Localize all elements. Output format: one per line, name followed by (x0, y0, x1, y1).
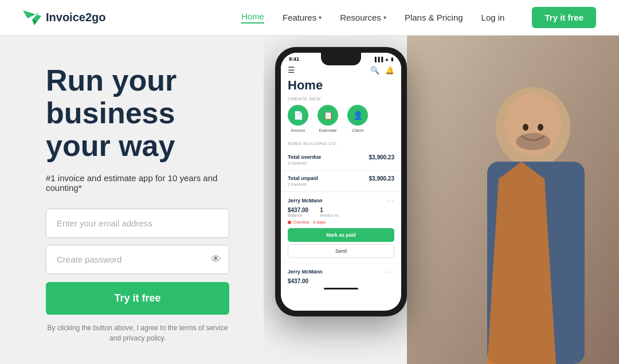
create-invoice[interactable]: 📄 Invoice (288, 105, 308, 133)
client-amounts: $437.00 Balance 1 Invoice no. (288, 207, 394, 217)
header: Invoice2go Home Features ▾ Resources ▾ P… (0, 0, 619, 36)
balance-label: Balance (288, 213, 308, 217)
total-unpaid-row: Total unpaid 2 invoices $3,900.23 (281, 171, 401, 192)
main-content: Run your business your way #1 invoice an… (0, 36, 619, 364)
nav-home[interactable]: Home (241, 11, 264, 24)
main-nav: Home Features ▾ Resources ▾ Plans & Pric… (241, 7, 596, 28)
person-illustration (407, 36, 619, 364)
client-circle-icon: 👤 (347, 105, 368, 126)
signup-form: 👁 (46, 209, 229, 274)
phone-outer: 9:41 ▐▐▐ ▲ ▮ ☰ 🔍 🔔 (275, 47, 407, 316)
balance-amount: $437.00 (288, 207, 308, 213)
create-client[interactable]: 👤 Client (347, 105, 368, 133)
create-icons-row: 📄 Invoice 📋 Estimate 👤 Client (281, 105, 401, 139)
overdue-dot-icon (288, 221, 291, 224)
client-card-1: Jerry McMann ··· $437.00 Balance 1 Invoi… (281, 192, 401, 263)
password-input[interactable] (46, 245, 229, 274)
chevron-down-icon: ▾ (383, 14, 386, 21)
client-2-amount: $437.00 (288, 278, 394, 284)
status-icons: ▐▐▐ ▲ ▮ (373, 57, 393, 62)
nav-resources[interactable]: Resources ▾ (340, 13, 386, 22)
svg-point-6 (523, 124, 528, 131)
logo-icon (23, 10, 41, 25)
invoice-label: Invoice no. (320, 213, 339, 217)
status-time: 9:41 (289, 56, 299, 62)
nav-features[interactable]: Features ▾ (283, 13, 322, 22)
invoice-circle-icon: 📄 (288, 105, 308, 126)
main-try-free-button[interactable]: Try it free (46, 282, 229, 315)
phone-mockup: 9:41 ▐▐▐ ▲ ▮ ☰ 🔍 🔔 (275, 47, 407, 316)
business-name: BOBS BUILDING CO. (281, 139, 401, 150)
create-estimate[interactable]: 📋 Estimate (318, 105, 338, 133)
unpaid-label: Total unpaid (288, 175, 318, 181)
estimate-label: Estimate (319, 128, 336, 133)
phone-home-indicator (324, 288, 358, 289)
phone-screen: 9:41 ▐▐▐ ▲ ▮ ☰ 🔍 🔔 (281, 53, 401, 311)
overdue-value: $3,900.23 (369, 154, 395, 161)
header-try-free-button[interactable]: Try it free (532, 7, 596, 28)
client-name: Jerry McMann (288, 198, 323, 203)
nav-plans[interactable]: Plans & Pricing (405, 13, 463, 22)
unpaid-value: $3,900.23 (369, 175, 395, 182)
client-2-header: Jerry McMann ··· (288, 268, 394, 276)
invoice-label: Invoice (291, 128, 305, 133)
signal-icon: ▐▐▐ (373, 57, 383, 62)
person-background (407, 36, 619, 364)
hero-subtitle: #1 invoice and estimate app for 10 years… (46, 173, 229, 193)
invoice-count-block: 1 Invoice no. (320, 207, 339, 217)
estimate-circle-icon: 📋 (318, 105, 338, 126)
svg-point-7 (538, 124, 543, 131)
bell-icon[interactable]: 🔔 (385, 66, 394, 75)
email-input[interactable] (46, 209, 229, 238)
balance-block: $437.00 Balance (288, 207, 308, 217)
app-title: Home (281, 78, 401, 96)
client-card-2: Jerry McMann ··· $437.00 (281, 263, 401, 294)
search-icon[interactable]: 🔍 (370, 66, 379, 75)
chevron-down-icon: ▾ (319, 14, 322, 21)
hamburger-icon[interactable]: ☰ (288, 65, 295, 75)
nav-login[interactable]: Log in (481, 13, 505, 22)
total-overdue-row: Total overdue 2 invoices $3,900.23 (281, 150, 401, 171)
hero-section: Run your business your way #1 invoice an… (0, 36, 264, 364)
more-options-icon[interactable]: ··· (387, 197, 394, 205)
app-action-icons: 🔍 🔔 (370, 66, 394, 75)
mark-paid-button[interactable]: Mark as paid (288, 228, 394, 242)
password-wrapper: 👁 (46, 245, 229, 274)
logo[interactable]: Invoice2go (23, 10, 105, 25)
svg-marker-0 (23, 10, 41, 25)
overdue-label: Total overdue (288, 154, 321, 160)
svg-point-8 (516, 133, 550, 150)
eye-icon[interactable]: 👁 (211, 253, 221, 265)
disclaimer-text: By clicking the button above, I agree to… (46, 323, 229, 343)
overdue-sub: 2 invoices (288, 161, 321, 166)
phone-notch (321, 53, 361, 65)
client-2-name: Jerry McMann (288, 269, 323, 275)
overdue-badge: Overdue · 4 days (288, 220, 394, 225)
send-button[interactable]: Send (288, 244, 394, 258)
hero-visual: 9:41 ▐▐▐ ▲ ▮ ☰ 🔍 🔔 (264, 36, 619, 364)
unpaid-sub: 2 invoices (288, 182, 318, 187)
client-label: Client (352, 128, 363, 133)
create-new-label: CREATE NEW (281, 96, 401, 105)
battery-icon: ▮ (391, 57, 393, 62)
client-card-header: Jerry McMann ··· (288, 197, 394, 205)
invoice-count: 1 (320, 207, 339, 213)
wifi-icon: ▲ (385, 57, 389, 62)
overdue-text: Overdue · 4 days (293, 220, 326, 225)
more-options-2-icon[interactable]: ··· (387, 268, 394, 276)
logo-text: Invoice2go (46, 11, 105, 24)
hero-title: Run your business your way (46, 64, 229, 163)
